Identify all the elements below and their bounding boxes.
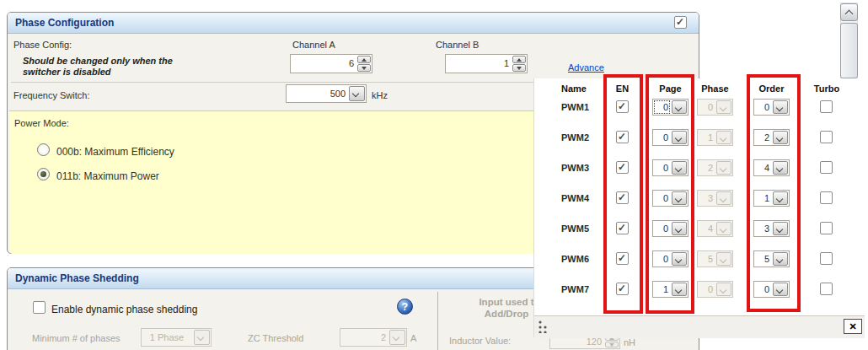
chevron-down-icon[interactable] <box>349 86 365 101</box>
input-used-line1: Input used t <box>479 297 533 307</box>
zc-threshold-dropdown: 2 <box>340 328 407 347</box>
chevron-down-icon <box>716 100 731 114</box>
pwm-table-row: PWM4 0 3 1 <box>534 190 865 207</box>
inductor-value-label: Inductor Value: <box>449 336 511 346</box>
resize-grip-icon[interactable] <box>538 320 553 333</box>
scrollbar-thumb[interactable] <box>840 23 858 78</box>
pwm-phase-dropdown: 4 <box>697 220 733 237</box>
pwm-phase-value: 5 <box>698 251 715 267</box>
pwm-phase-value: 1 <box>698 130 715 145</box>
app-window: Phase Configuration Phase Config: Should… <box>0 0 868 350</box>
pwm-name-label: PWM4 <box>561 193 589 203</box>
up-down-spinner-icon[interactable] <box>357 56 371 72</box>
pwm-phase-value: 0 <box>698 282 715 297</box>
highlight-box-page-column <box>646 74 694 314</box>
pwm-phase-dropdown: 0 <box>697 99 733 116</box>
pwm-phase-dropdown: 0 <box>697 281 733 298</box>
frequency-value: 500 <box>287 85 348 102</box>
column-header-phase: Phase <box>693 83 737 94</box>
power-mode-radio-efficiency[interactable] <box>37 143 50 156</box>
min-phases-value: 1 Phase <box>142 329 193 346</box>
zc-threshold-label: ZC Threshold <box>248 333 303 343</box>
zc-threshold-value: 2 <box>340 329 388 346</box>
pwm-name-label: PWM5 <box>561 223 589 234</box>
chevron-down-icon <box>194 330 210 345</box>
pwm-advance-popup: Name EN Page Phase Order Turbo PWM1 0 0 … <box>533 78 865 337</box>
enable-dynamic-phase-shedding-checkbox[interactable] <box>33 301 46 314</box>
pwm-turbo-checkbox[interactable] <box>820 283 833 295</box>
highlight-box-order-column <box>747 74 801 312</box>
pwm-table-row: PWM6 0 5 5 <box>534 250 865 267</box>
scroll-up-button[interactable] <box>840 3 858 21</box>
power-mode-label: Power Mode: <box>14 118 69 128</box>
pwm-name-label: PWM7 <box>561 284 589 294</box>
separator <box>437 292 438 350</box>
chevron-down-icon <box>389 330 405 345</box>
pwm-name-label: PWM6 <box>561 254 589 264</box>
pwm-name-label: PWM2 <box>561 132 589 143</box>
min-phases-label: Minimum # of phases <box>32 333 121 343</box>
chevron-down-icon <box>716 191 731 205</box>
input-used-line2: Add/Drop <box>485 309 528 319</box>
column-header-name: Name <box>561 83 600 94</box>
panel-title: Phase Configuration <box>15 17 114 29</box>
chevron-up-icon <box>845 10 854 19</box>
panel-title: Dynamic Phase Shedding <box>15 272 139 284</box>
enable-dynamic-phase-shedding-label: Enable dynamic phase shedding <box>51 304 197 315</box>
close-icon[interactable]: ✕ <box>844 319 862 334</box>
power-mode-power-label: 011b: Maximum Power <box>56 170 159 182</box>
help-icon[interactable]: ? <box>397 299 413 315</box>
channel-a-label: Channel A <box>292 40 335 50</box>
frequency-switch-label: Frequency Switch: <box>13 90 89 100</box>
pwm-phase-dropdown: 5 <box>697 250 733 267</box>
column-header-turbo: Turbo <box>806 83 848 94</box>
frequency-unit-label: kHz <box>372 90 388 100</box>
phase-config-note-line2: switcher is disabled <box>23 67 111 77</box>
up-down-spinner-icon[interactable] <box>512 56 526 72</box>
popup-bottom-strip <box>534 315 865 338</box>
chevron-down-icon <box>716 283 731 296</box>
pwm-name-label: PWM1 <box>561 102 589 112</box>
pwm-turbo-checkbox[interactable] <box>820 191 833 204</box>
channel-b-spinner[interactable]: 1 <box>445 54 528 73</box>
phase-configuration-enable-checkbox[interactable] <box>674 16 687 29</box>
channel-a-value: 6 <box>291 55 356 73</box>
pwm-turbo-checkbox[interactable] <box>820 222 833 234</box>
pwm-phase-dropdown: 3 <box>697 190 733 207</box>
pwm-table-row: PWM1 0 0 0 <box>534 99 865 116</box>
channel-b-value: 1 <box>446 55 512 73</box>
pwm-name-label: PWM3 <box>561 163 589 173</box>
chevron-down-icon <box>716 161 731 175</box>
pwm-phase-value: 2 <box>698 160 715 175</box>
zc-threshold-unit: A <box>410 333 416 343</box>
pwm-turbo-checkbox[interactable] <box>820 100 833 113</box>
phase-configuration-header: Phase Configuration <box>8 13 699 34</box>
highlight-box-en-column <box>603 74 643 314</box>
chevron-down-icon <box>716 131 731 144</box>
frequency-switch-dropdown[interactable]: 500 <box>286 84 367 103</box>
chevron-down-icon <box>716 252 731 266</box>
channel-a-spinner[interactable]: 6 <box>290 54 372 73</box>
pwm-table-row: PWM2 0 1 2 <box>534 129 865 146</box>
pwm-phase-dropdown: 2 <box>697 159 733 176</box>
phase-config-label: Phase Config: <box>13 40 72 50</box>
phase-config-note-line1: Should be changed only when the <box>23 56 173 66</box>
pwm-phase-value: 3 <box>698 191 715 206</box>
power-mode-efficiency-label: 000b: Maximum Efficiency <box>56 146 174 158</box>
pwm-phase-dropdown: 1 <box>697 129 733 146</box>
channel-b-label: Channel B <box>436 40 479 50</box>
pwm-table-row: PWM5 0 4 3 <box>534 220 865 237</box>
pwm-phase-value: 4 <box>698 221 715 236</box>
power-mode-radio-power[interactable] <box>37 168 50 180</box>
pwm-turbo-checkbox[interactable] <box>820 131 833 143</box>
pwm-turbo-checkbox[interactable] <box>820 161 833 174</box>
min-phases-dropdown: 1 Phase <box>141 328 212 347</box>
pwm-turbo-checkbox[interactable] <box>820 252 833 265</box>
pwm-table-row: PWM3 0 2 4 <box>534 159 865 176</box>
inductor-unit-label: nH <box>624 337 635 347</box>
pwm-phase-value: 0 <box>698 100 715 115</box>
chevron-down-icon <box>716 222 731 235</box>
pwm-table-row: PWM7 1 0 0 <box>534 281 865 298</box>
advance-link[interactable]: Advance <box>568 62 604 73</box>
